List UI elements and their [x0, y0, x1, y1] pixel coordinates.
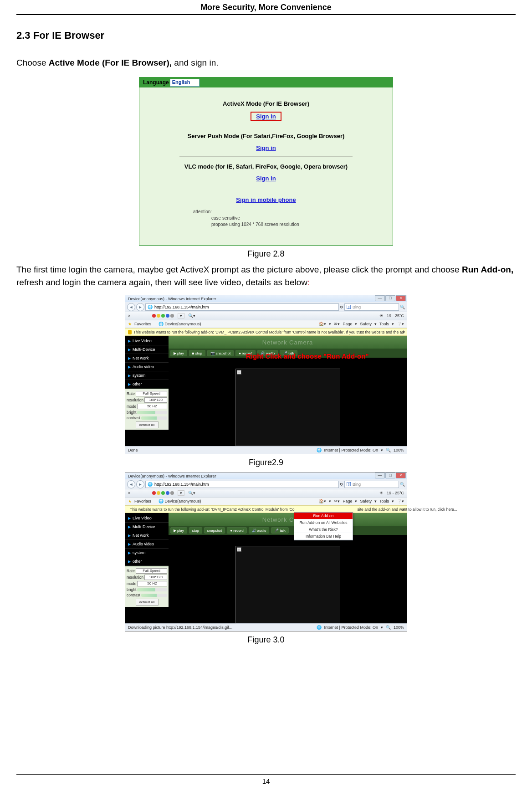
- refresh-icon[interactable]: ↻: [340, 482, 343, 487]
- server-push-signin-link[interactable]: Sign in: [251, 144, 280, 152]
- camera-view-header: Network Camera: [169, 513, 407, 526]
- search-icon[interactable]: 🔍: [400, 305, 405, 309]
- status-mode: Internet | Protected Mode: On: [324, 625, 378, 630]
- sidebar-item-other[interactable]: ▶other: [125, 557, 169, 566]
- vlc-signin-link[interactable]: Sign in: [251, 175, 280, 182]
- contrast-slider[interactable]: [141, 416, 167, 420]
- infobar-text: This website wants to run the following …: [130, 507, 295, 512]
- default-all-button[interactable]: default all: [136, 421, 159, 428]
- home-icon[interactable]: 🏠▾: [319, 322, 326, 326]
- activex-signin-link[interactable]: Sign in: [251, 112, 281, 121]
- help-icon[interactable]: ❔▾: [397, 322, 404, 326]
- menu-information-bar-help[interactable]: Information Bar Help: [294, 533, 353, 540]
- chevron-right-icon: ▶: [128, 551, 131, 555]
- toolbar-dot-icon: [161, 491, 165, 495]
- bright-slider[interactable]: [137, 411, 167, 414]
- minimize-button[interactable]: —: [375, 472, 385, 478]
- sidebar-item-network[interactable]: ▶Net work: [125, 354, 169, 363]
- url-text: http://192.168.1.154/main.htm: [154, 305, 209, 309]
- language-select[interactable]: English: [170, 79, 200, 87]
- menu-whats-the-risk[interactable]: What's the Risk?: [294, 526, 353, 533]
- zoom-icon[interactable]: 🔍: [386, 448, 391, 452]
- video-placeholder: ×: [235, 369, 340, 446]
- sidebar-item-audio-video[interactable]: ▶Audio video: [125, 540, 169, 549]
- ie-title-text: Device(anonymous) - Windows Internet Exp…: [128, 297, 216, 301]
- back-button[interactable]: ◄: [127, 303, 135, 311]
- mobile-signin-link[interactable]: Sign in mobile phone: [236, 196, 296, 203]
- zoom-icon[interactable]: 🔍: [386, 625, 391, 630]
- shield-icon: [128, 330, 132, 334]
- favorite-item[interactable]: 🌐 Device(anonymous): [159, 322, 201, 326]
- search-field[interactable]: 🄱 Bing: [344, 481, 399, 488]
- snapshot-button[interactable]: 📷snapshot: [207, 350, 234, 356]
- play-button[interactable]: ▶play: [170, 350, 187, 356]
- forward-button[interactable]: ►: [136, 303, 144, 311]
- tools-menu[interactable]: Tools: [379, 322, 389, 326]
- infobar-text: This website wants to run the following …: [133, 330, 404, 334]
- page-menu[interactable]: Page: [343, 322, 352, 326]
- help-icon[interactable]: ❔▾: [397, 499, 404, 503]
- menu-run-addon-all[interactable]: Run Add-on on All Websites: [294, 519, 353, 526]
- talk-button[interactable]: 🎤talk: [271, 527, 288, 534]
- mode-select[interactable]: 50 HZ: [137, 581, 167, 586]
- information-bar[interactable]: This website wants to run the following …: [125, 505, 407, 513]
- maximize-button[interactable]: □: [385, 472, 395, 478]
- sidebar-item-live-video[interactable]: ▶Live Video: [125, 337, 169, 345]
- resolution-select[interactable]: 160*120: [144, 397, 167, 403]
- page-menu[interactable]: Page: [343, 499, 352, 503]
- home-icon[interactable]: 🏠▾: [319, 499, 326, 503]
- video-placeholder: ×: [235, 546, 340, 623]
- rate-select[interactable]: Full-Speed: [136, 568, 167, 574]
- audio-button[interactable]: 🔊audio: [249, 527, 270, 534]
- snapshot-button[interactable]: snapshot: [204, 527, 225, 534]
- sidebar-item-system[interactable]: ▶system: [125, 371, 169, 380]
- menu-run-addon[interactable]: Run Add-on: [294, 513, 353, 519]
- sidebar-item-multi-device[interactable]: ▶Multi-Device: [125, 523, 169, 531]
- video-area: ×: [169, 535, 407, 623]
- sidebar-item-multi-device[interactable]: ▶Multi-Device: [125, 345, 169, 354]
- search-icon[interactable]: 🔍: [400, 482, 405, 487]
- record-button[interactable]: ●record: [227, 527, 247, 534]
- sidebar-item-system[interactable]: ▶system: [125, 549, 169, 557]
- close-button[interactable]: ×: [396, 295, 406, 301]
- url-field[interactable]: 🌐 http://192.168.1.154/main.htm: [145, 481, 339, 488]
- forward-button[interactable]: ►: [136, 480, 144, 488]
- stop-button[interactable]: stop: [189, 527, 202, 534]
- stop-button[interactable]: ■stop: [189, 350, 205, 356]
- favorite-item[interactable]: 🌐 Device(anonymous): [159, 499, 201, 503]
- maximize-button[interactable]: □: [385, 295, 395, 301]
- tools-menu[interactable]: Tools: [379, 499, 389, 503]
- infobar-close-icon[interactable]: ×: [403, 330, 405, 334]
- body-paragraph: The first time login the camera, maybe g…: [16, 263, 516, 288]
- login-panel-header: Language English: [139, 77, 393, 87]
- sidebar-item-audio-video[interactable]: ▶Audio video: [125, 363, 169, 371]
- bright-slider[interactable]: [137, 588, 167, 591]
- safety-menu[interactable]: Safety: [360, 322, 372, 326]
- refresh-icon[interactable]: ↻: [340, 305, 343, 309]
- safety-menu[interactable]: Safety: [360, 499, 372, 503]
- rate-select[interactable]: Full-Speed: [136, 391, 167, 396]
- sidebar-item-live-video[interactable]: ▶Live Video: [125, 514, 169, 523]
- search-field[interactable]: 🄱 Bing: [344, 303, 399, 311]
- sidebar-item-other[interactable]: ▶other: [125, 380, 169, 389]
- toolbar-dot-icon: [170, 491, 174, 495]
- status-mode: Internet | Protected Mode: On: [324, 448, 378, 452]
- play-button[interactable]: ▶play: [170, 527, 187, 534]
- url-field[interactable]: 🌐 http://192.168.1.154/main.htm: [145, 303, 339, 311]
- close-button[interactable]: ×: [396, 472, 406, 478]
- favorites-star-icon[interactable]: ★: [128, 322, 132, 326]
- favorites-label: Favorites: [134, 499, 151, 503]
- default-all-button[interactable]: default all: [136, 599, 159, 606]
- back-button[interactable]: ◄: [127, 480, 135, 488]
- infobar-close-icon[interactable]: ×: [403, 507, 405, 512]
- resolution-select[interactable]: 160*120: [144, 575, 167, 580]
- favorites-star-icon[interactable]: ★: [128, 499, 132, 503]
- mode-select[interactable]: 50 HZ: [137, 404, 167, 409]
- camera-sidebar: ▶Live Video ▶Multi-Device ▶Net work ▶Aud…: [125, 513, 169, 623]
- information-bar[interactable]: This website wants to run the following …: [125, 328, 407, 336]
- contrast-slider[interactable]: [141, 594, 167, 597]
- status-left: Done: [128, 448, 138, 452]
- chevron-right-icon: ▶: [128, 382, 131, 386]
- sidebar-item-network[interactable]: ▶Net work: [125, 531, 169, 540]
- minimize-button[interactable]: —: [375, 295, 385, 301]
